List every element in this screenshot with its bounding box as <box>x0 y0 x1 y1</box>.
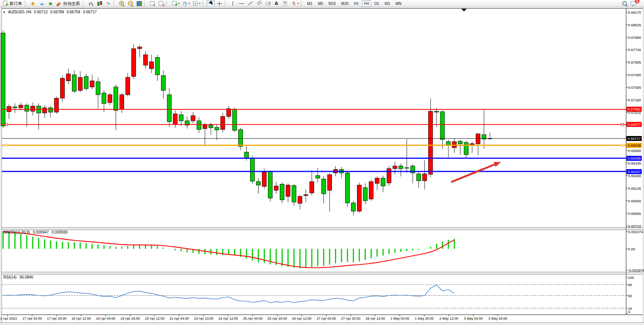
candle-body-down <box>458 141 462 144</box>
candle-body-down <box>244 152 249 158</box>
candle-body-up <box>387 168 391 183</box>
hline-handle[interactable] <box>621 123 623 126</box>
candle-body-down <box>48 108 53 112</box>
macd-axis-label: 0.002474 <box>628 230 643 234</box>
time-axis-label: 14 Apr 2023 <box>0 317 17 320</box>
candle-body-down <box>72 75 77 91</box>
candle-body-down <box>13 107 17 108</box>
candle-body-down <box>84 77 88 89</box>
candle-body-up <box>357 185 362 211</box>
macd-indicator-label: MACD(12,26,9) 0.000947 0.000930 <box>3 230 69 234</box>
candle-body-down <box>381 178 385 186</box>
price-axis-label: 0.67305 <box>628 85 641 90</box>
candle-body-down <box>197 121 201 130</box>
price-axis-label: 0.66290 <box>628 174 641 178</box>
time-axis-label: 27 Apr 20:00 <box>341 317 360 320</box>
rsi-axis-label: 0 <box>628 310 630 314</box>
candle-body-down <box>268 171 273 198</box>
panel-splitter[interactable] <box>2 272 643 274</box>
hline-handle[interactable] <box>621 144 623 146</box>
candle-body-up <box>405 168 409 168</box>
candle-body-down <box>316 176 320 178</box>
price-axis-label: 0.68025 <box>628 23 641 27</box>
time-axis-label: 27 Apr 04:00 <box>317 317 336 320</box>
candle-body-up <box>108 95 112 103</box>
time-axis-label: 3 May 04:00 <box>464 317 483 320</box>
candle-body-up <box>126 77 130 95</box>
time-axis-label: 20 Apr 12:00 <box>145 317 164 320</box>
candle-body-down <box>114 87 118 110</box>
candle-body-up <box>304 195 308 195</box>
candle-body-down <box>256 182 260 185</box>
candle-body-up <box>143 55 148 65</box>
symbol-dropdown-icon[interactable]: ▼ <box>3 11 6 14</box>
price-axis-label: 0.67595 <box>628 60 641 64</box>
time-axis-label: 1 May 04:00 <box>391 317 410 320</box>
candle-body-down <box>440 112 445 139</box>
candle-body-up <box>137 47 142 49</box>
time-axis-label: 1 May 20:00 <box>415 317 434 320</box>
candle-body-up <box>286 185 290 197</box>
candle-body-up <box>132 49 136 77</box>
candle-body-down <box>434 111 438 112</box>
macd-axis-label: 0.00 <box>628 247 635 251</box>
time-axis-label: 23 Apr 23:00 <box>194 317 214 320</box>
rsi-axis-label: 80 <box>628 283 632 287</box>
price-axis-label: 0.68170 <box>628 10 641 14</box>
candle-body-down <box>1 33 5 126</box>
price-badge-0.66717: 0.66717 <box>626 136 642 141</box>
candle-body-down <box>280 184 284 200</box>
candle-body-up <box>120 95 124 110</box>
hline-handle[interactable] <box>5 144 8 146</box>
rsi-value: 56.0845 <box>19 275 33 279</box>
candle-body-up <box>369 182 373 199</box>
trend-arrow-head[interactable] <box>494 162 501 167</box>
candle-body-up <box>393 166 397 169</box>
candle-body-down <box>233 109 237 130</box>
hline-handle[interactable] <box>5 123 8 126</box>
candle-body-up <box>66 74 70 81</box>
trend-arrow-line[interactable] <box>451 165 494 182</box>
candle-body-down <box>155 58 159 75</box>
candle-body-up <box>191 115 195 121</box>
macd-signal-value: 0.000930 <box>52 230 68 234</box>
candle-body-up <box>429 111 433 174</box>
price-axis-label: 0.66145 <box>628 186 641 191</box>
panel-splitter[interactable] <box>2 227 643 230</box>
candle-body-up <box>452 142 456 148</box>
candle-body-up <box>375 178 379 184</box>
candle-body-down <box>351 203 355 211</box>
price-axis-label: 0.65855 <box>628 211 641 216</box>
scroll-position-marker[interactable] <box>461 9 467 11</box>
macd-axis-label: -0.002974 <box>628 268 644 272</box>
price-badge-0.66489: 0.66489 <box>626 156 642 161</box>
candle-body-down <box>399 166 403 169</box>
candle-body-down <box>345 173 349 203</box>
candle-body-up <box>328 175 332 190</box>
price-axis-label: 0.66000 <box>628 199 641 203</box>
candle-body-down <box>215 127 219 130</box>
candle-body-down <box>417 174 421 181</box>
candle-body-up <box>262 172 266 187</box>
rsi-name: RSI(14) <box>3 275 16 279</box>
time-axis-label: 25 Apr 04:00 <box>243 317 262 320</box>
chart-title-low: 0.66704 <box>67 10 80 14</box>
time-axis-label: 24 Apr 12:00 <box>218 317 238 320</box>
time-axis-label: 17 Apr 04:00 <box>22 317 42 320</box>
candle-body-down <box>322 179 326 194</box>
time-axis-label: 21 Apr 04:00 <box>169 317 189 320</box>
price-axis-label: 0.66435 <box>628 161 641 165</box>
candle-body-up <box>61 78 65 98</box>
candle-body-down <box>363 188 367 201</box>
time-axis-label: 3 May 20:00 <box>488 317 507 320</box>
candle-body-up <box>31 106 35 111</box>
price-badge-0.66638: 0.66638 <box>626 143 642 148</box>
chart-title-high: 0.66784 <box>50 10 64 14</box>
chart-title: ▼ AUDUSD-,H4 0.66712 0.66784 0.66704 0.6… <box>3 10 98 14</box>
candle-body-down <box>446 142 451 145</box>
price-badge-0.67052: 0.67052 <box>626 107 642 112</box>
price-badge-0.66877: 0.66877 <box>626 122 642 127</box>
time-axis-label: 17 Apr 20:00 <box>47 317 66 320</box>
candle-body-up <box>78 77 82 90</box>
candle-body-down <box>464 142 468 155</box>
